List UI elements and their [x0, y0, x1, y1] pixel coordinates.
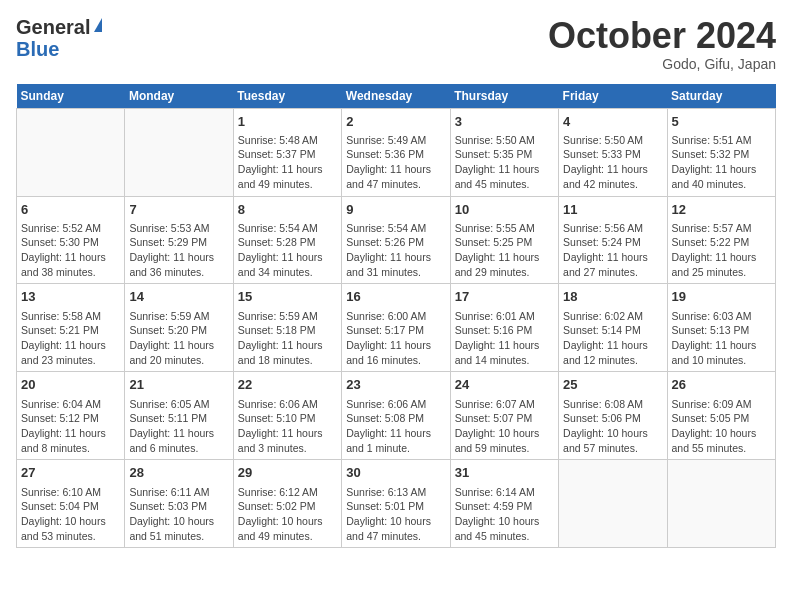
cell-info: Sunrise: 5:55 AMSunset: 5:25 PMDaylight:…	[455, 221, 554, 280]
cell-info: Sunrise: 6:11 AMSunset: 5:03 PMDaylight:…	[129, 485, 228, 544]
day-number: 8	[238, 201, 337, 219]
day-number: 17	[455, 288, 554, 306]
weekday-header: Saturday	[667, 84, 775, 109]
cell-info: Sunrise: 6:10 AMSunset: 5:04 PMDaylight:…	[21, 485, 120, 544]
cell-info: Sunrise: 5:54 AMSunset: 5:28 PMDaylight:…	[238, 221, 337, 280]
calendar-cell: 22Sunrise: 6:06 AMSunset: 5:10 PMDayligh…	[233, 372, 341, 460]
cell-info: Sunrise: 6:06 AMSunset: 5:08 PMDaylight:…	[346, 397, 445, 456]
calendar-cell: 15Sunrise: 5:59 AMSunset: 5:18 PMDayligh…	[233, 284, 341, 372]
cell-info: Sunrise: 6:00 AMSunset: 5:17 PMDaylight:…	[346, 309, 445, 368]
calendar-cell: 6Sunrise: 5:52 AMSunset: 5:30 PMDaylight…	[17, 196, 125, 284]
calendar-cell: 7Sunrise: 5:53 AMSunset: 5:29 PMDaylight…	[125, 196, 233, 284]
cell-info: Sunrise: 5:59 AMSunset: 5:20 PMDaylight:…	[129, 309, 228, 368]
day-number: 18	[563, 288, 662, 306]
day-number: 24	[455, 376, 554, 394]
weekday-header: Friday	[559, 84, 667, 109]
day-number: 20	[21, 376, 120, 394]
cell-info: Sunrise: 5:57 AMSunset: 5:22 PMDaylight:…	[672, 221, 771, 280]
cell-info: Sunrise: 5:52 AMSunset: 5:30 PMDaylight:…	[21, 221, 120, 280]
cell-info: Sunrise: 6:13 AMSunset: 5:01 PMDaylight:…	[346, 485, 445, 544]
cell-info: Sunrise: 6:12 AMSunset: 5:02 PMDaylight:…	[238, 485, 337, 544]
day-number: 29	[238, 464, 337, 482]
calendar-cell: 13Sunrise: 5:58 AMSunset: 5:21 PMDayligh…	[17, 284, 125, 372]
calendar-cell: 29Sunrise: 6:12 AMSunset: 5:02 PMDayligh…	[233, 460, 341, 548]
cell-info: Sunrise: 6:02 AMSunset: 5:14 PMDaylight:…	[563, 309, 662, 368]
calendar-cell: 30Sunrise: 6:13 AMSunset: 5:01 PMDayligh…	[342, 460, 450, 548]
location-subtitle: Godo, Gifu, Japan	[548, 56, 776, 72]
day-number: 3	[455, 113, 554, 131]
cell-info: Sunrise: 5:56 AMSunset: 5:24 PMDaylight:…	[563, 221, 662, 280]
day-number: 6	[21, 201, 120, 219]
day-number: 26	[672, 376, 771, 394]
calendar-cell: 26Sunrise: 6:09 AMSunset: 5:05 PMDayligh…	[667, 372, 775, 460]
day-number: 5	[672, 113, 771, 131]
day-number: 28	[129, 464, 228, 482]
cell-info: Sunrise: 5:48 AMSunset: 5:37 PMDaylight:…	[238, 133, 337, 192]
cell-info: Sunrise: 6:05 AMSunset: 5:11 PMDaylight:…	[129, 397, 228, 456]
cell-info: Sunrise: 6:09 AMSunset: 5:05 PMDaylight:…	[672, 397, 771, 456]
cell-info: Sunrise: 6:07 AMSunset: 5:07 PMDaylight:…	[455, 397, 554, 456]
calendar-cell: 14Sunrise: 5:59 AMSunset: 5:20 PMDayligh…	[125, 284, 233, 372]
calendar-week-row: 13Sunrise: 5:58 AMSunset: 5:21 PMDayligh…	[17, 284, 776, 372]
day-number: 31	[455, 464, 554, 482]
day-number: 21	[129, 376, 228, 394]
day-number: 25	[563, 376, 662, 394]
cell-info: Sunrise: 6:08 AMSunset: 5:06 PMDaylight:…	[563, 397, 662, 456]
day-number: 13	[21, 288, 120, 306]
weekday-header: Sunday	[17, 84, 125, 109]
calendar-cell: 5Sunrise: 5:51 AMSunset: 5:32 PMDaylight…	[667, 108, 775, 196]
cell-info: Sunrise: 6:06 AMSunset: 5:10 PMDaylight:…	[238, 397, 337, 456]
calendar-cell: 10Sunrise: 5:55 AMSunset: 5:25 PMDayligh…	[450, 196, 558, 284]
calendar-cell: 9Sunrise: 5:54 AMSunset: 5:26 PMDaylight…	[342, 196, 450, 284]
calendar-cell: 12Sunrise: 5:57 AMSunset: 5:22 PMDayligh…	[667, 196, 775, 284]
calendar-cell: 2Sunrise: 5:49 AMSunset: 5:36 PMDaylight…	[342, 108, 450, 196]
calendar-cell: 23Sunrise: 6:06 AMSunset: 5:08 PMDayligh…	[342, 372, 450, 460]
day-number: 22	[238, 376, 337, 394]
day-number: 23	[346, 376, 445, 394]
calendar-week-row: 20Sunrise: 6:04 AMSunset: 5:12 PMDayligh…	[17, 372, 776, 460]
day-number: 15	[238, 288, 337, 306]
day-number: 4	[563, 113, 662, 131]
day-number: 2	[346, 113, 445, 131]
cell-info: Sunrise: 6:03 AMSunset: 5:13 PMDaylight:…	[672, 309, 771, 368]
cell-info: Sunrise: 6:04 AMSunset: 5:12 PMDaylight:…	[21, 397, 120, 456]
day-number: 19	[672, 288, 771, 306]
weekday-header: Thursday	[450, 84, 558, 109]
calendar-cell: 4Sunrise: 5:50 AMSunset: 5:33 PMDaylight…	[559, 108, 667, 196]
calendar-cell: 25Sunrise: 6:08 AMSunset: 5:06 PMDayligh…	[559, 372, 667, 460]
cell-info: Sunrise: 5:54 AMSunset: 5:26 PMDaylight:…	[346, 221, 445, 280]
calendar-week-row: 1Sunrise: 5:48 AMSunset: 5:37 PMDaylight…	[17, 108, 776, 196]
calendar-cell: 28Sunrise: 6:11 AMSunset: 5:03 PMDayligh…	[125, 460, 233, 548]
day-number: 10	[455, 201, 554, 219]
calendar-cell: 20Sunrise: 6:04 AMSunset: 5:12 PMDayligh…	[17, 372, 125, 460]
day-number: 30	[346, 464, 445, 482]
day-number: 7	[129, 201, 228, 219]
cell-info: Sunrise: 5:49 AMSunset: 5:36 PMDaylight:…	[346, 133, 445, 192]
calendar-cell	[17, 108, 125, 196]
month-title: October 2024	[548, 16, 776, 56]
calendar-cell: 11Sunrise: 5:56 AMSunset: 5:24 PMDayligh…	[559, 196, 667, 284]
logo-blue-text: Blue	[16, 38, 59, 60]
calendar-cell: 17Sunrise: 6:01 AMSunset: 5:16 PMDayligh…	[450, 284, 558, 372]
calendar-cell: 1Sunrise: 5:48 AMSunset: 5:37 PMDaylight…	[233, 108, 341, 196]
cell-info: Sunrise: 5:58 AMSunset: 5:21 PMDaylight:…	[21, 309, 120, 368]
calendar-cell: 31Sunrise: 6:14 AMSunset: 4:59 PMDayligh…	[450, 460, 558, 548]
cell-info: Sunrise: 5:51 AMSunset: 5:32 PMDaylight:…	[672, 133, 771, 192]
day-number: 9	[346, 201, 445, 219]
calendar-cell: 24Sunrise: 6:07 AMSunset: 5:07 PMDayligh…	[450, 372, 558, 460]
logo-triangle-icon	[94, 18, 102, 32]
cell-info: Sunrise: 5:50 AMSunset: 5:35 PMDaylight:…	[455, 133, 554, 192]
cell-info: Sunrise: 5:53 AMSunset: 5:29 PMDaylight:…	[129, 221, 228, 280]
weekday-row: SundayMondayTuesdayWednesdayThursdayFrid…	[17, 84, 776, 109]
logo: General Blue	[16, 16, 102, 60]
calendar-week-row: 27Sunrise: 6:10 AMSunset: 5:04 PMDayligh…	[17, 460, 776, 548]
calendar-cell: 18Sunrise: 6:02 AMSunset: 5:14 PMDayligh…	[559, 284, 667, 372]
calendar-body: 1Sunrise: 5:48 AMSunset: 5:37 PMDaylight…	[17, 108, 776, 548]
header: General Blue October 2024 Godo, Gifu, Ja…	[16, 16, 776, 72]
day-number: 12	[672, 201, 771, 219]
calendar-cell	[559, 460, 667, 548]
day-number: 11	[563, 201, 662, 219]
calendar-cell: 8Sunrise: 5:54 AMSunset: 5:28 PMDaylight…	[233, 196, 341, 284]
calendar-cell	[125, 108, 233, 196]
day-number: 14	[129, 288, 228, 306]
